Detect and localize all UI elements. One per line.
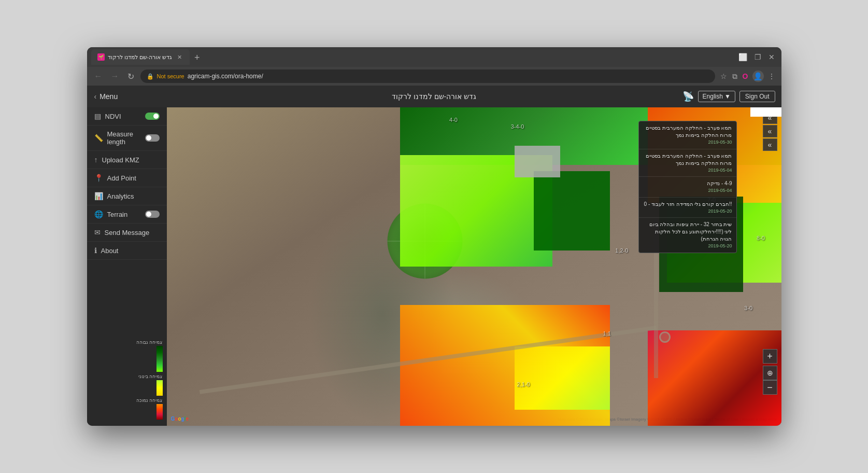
collapse-btn-3[interactable]: « — [763, 138, 777, 151]
popup-item-1: תמא פערב - החלקה המערבית בסטיים מרוח החל… — [639, 149, 736, 177]
sign-out-btn[interactable]: Sign Out — [739, 91, 775, 102]
popup-date-2: 2019-05-04 — [643, 187, 732, 194]
tab-favicon: 🌱 — [97, 53, 105, 61]
high-gradient — [156, 346, 163, 372]
zoom-out-btn[interactable]: − — [763, 380, 777, 395]
sidebar: ▤ NDVI 📏 Measure length ↑ Upload KMZ 📍 A… — [87, 107, 167, 426]
about-label: About — [101, 247, 119, 255]
minimize-btn[interactable]: ⬜ — [736, 52, 750, 62]
measure-label: Measure length — [107, 130, 141, 146]
zoom-controls: + ⊕ − — [763, 349, 777, 395]
collapse-btns: « « « — [763, 112, 777, 151]
map-label-6: 1,1 — [603, 330, 611, 337]
browser-window: 🌱 גדש אורה-שם למדנו לרקוד ✕ + ⬜ ❐ ✕ ← → … — [87, 47, 781, 426]
popup-text-4: שית בחזר 32 - יירת ציפות ובהלה ביום ליגי… — [643, 221, 732, 243]
sidebar-item-measure[interactable]: 📏 Measure length — [87, 126, 167, 151]
window-controls: ⬜ ❐ ✕ — [736, 52, 777, 62]
sidebar-item-upload[interactable]: ↑ Upload KMZ — [87, 151, 167, 169]
bookmark-icon[interactable]: ☆ — [719, 71, 728, 81]
tab-title: גדש אורה-שם למדנו לרקוד — [108, 54, 173, 61]
sidebar-item-add-point[interactable]: 📍 Add Point — [87, 169, 167, 187]
address-input[interactable]: 🔒 Not secure agricam-gis.com/ora-home/ — [140, 69, 715, 83]
field-bottom-yellow — [515, 346, 610, 410]
layers-icon: ▤ — [94, 112, 101, 120]
popup-text-3: !!חברם קורם גלי המדידה חזר לעבוד - 0 — [643, 201, 732, 208]
field-mid-dark-green — [534, 171, 610, 251]
menu-dots[interactable]: ⋮ — [767, 71, 776, 81]
legend: צמיחה גבוהה צמיחה בינוני צמיחה נמוכה — [87, 336, 167, 426]
popup-text-1: תמא פערב - החלקה המערבית בסטיים מרוח החל… — [643, 152, 732, 167]
google-logo: Google — [171, 416, 189, 422]
legend-high: צמיחה גבוהה — [91, 340, 163, 372]
sidebar-item-terrain[interactable]: 🌐 Terrain — [87, 205, 167, 224]
sidebar-item-about[interactable]: ℹ About — [87, 242, 167, 260]
sidebar-item-send-message[interactable]: ✉ Send Message — [87, 224, 167, 242]
not-secure-label: Not secure — [157, 73, 184, 79]
app-header: ‹ Menu גדש אורה-שם למדנו לרקוד 📡 English… — [87, 86, 781, 107]
map-label-3: 8-0 — [757, 235, 765, 241]
sidebar-item-analytics[interactable]: 📊 Analytics — [87, 187, 167, 205]
popup-item-0: תמא פערב - החלקה המערבית בסטיים מרוח החל… — [639, 121, 736, 149]
tabs-area: 🌱 גדש אורה-שם למדנו לרקוד ✕ + — [91, 49, 736, 65]
url-display: agricam-gis.com/ora-home/ — [188, 73, 263, 80]
popup-text-0: תמא פערב - החלקה המערבית בסטיים מרוח החל… — [643, 124, 732, 139]
globe-icon: 🌐 — [94, 210, 103, 218]
map-label-7: 2,1-0 — [517, 381, 530, 387]
terrain-label: Terrain — [107, 211, 128, 218]
menu-btn[interactable]: ‹ Menu — [87, 86, 125, 107]
legend-low-label: צמיחה נמוכה — [91, 398, 163, 403]
lock-icon: 🔒 — [147, 73, 154, 80]
map-label-5: 3-0 — [744, 305, 752, 311]
popup-item-2: 4-9 - נדיקה 2019-05-04 — [639, 177, 736, 198]
upload-label: Upload KMZ — [102, 156, 139, 164]
maximize-btn[interactable]: ❐ — [752, 52, 764, 62]
popup-date-0: 2019-05-30 — [643, 139, 732, 146]
ndvi-toggle[interactable] — [145, 113, 160, 120]
new-tab-btn[interactable]: + — [190, 50, 204, 65]
header-right: 📡 English ▼ Sign Out — [682, 91, 781, 102]
legend-low: צמיחה נמוכה — [91, 398, 163, 420]
close-btn[interactable]: ✕ — [766, 52, 777, 62]
map-label-1: 4-0 — [449, 117, 458, 123]
locate-btn[interactable]: ⊕ — [763, 366, 777, 380]
forward-btn[interactable]: → — [109, 71, 121, 82]
active-tab[interactable]: 🌱 גדש אורה-שם למדנו לרקוד ✕ — [91, 49, 190, 65]
opera-icon[interactable]: O — [742, 71, 749, 81]
upload-icon: ↑ — [94, 156, 98, 164]
map-label-0: 3-4-0 — [511, 123, 524, 130]
ndvi-value-box — [750, 107, 781, 117]
toolbar-right: ☆ ⧉ O 👤 ⋮ — [719, 71, 776, 82]
popup-item-3: !!חברם קורם גלי המדידה חזר לעבוד - 0 201… — [639, 198, 736, 218]
envelope-icon: ✉ — [94, 228, 101, 236]
extensions-icon[interactable]: ⧉ — [731, 71, 738, 82]
menu-chevron-left: ‹ — [94, 92, 97, 101]
language-btn[interactable]: English ▼ — [698, 91, 735, 102]
main-body: ▤ NDVI 📏 Measure length ↑ Upload KMZ 📍 A… — [87, 107, 781, 426]
ruler-icon: 📏 — [94, 134, 103, 142]
app-content: ‹ Menu גדש אורה-שם למדנו לרקוד 📡 English… — [87, 86, 781, 426]
sidebar-item-ndvi[interactable]: ▤ NDVI — [87, 107, 167, 126]
lang-arrow: ▼ — [724, 93, 731, 100]
low-gradient — [156, 404, 163, 420]
back-btn[interactable]: ← — [92, 71, 105, 82]
user-icon[interactable]: 👤 — [752, 71, 764, 82]
popup-date-4: 2019-05-20 — [643, 243, 732, 249]
analytics-label: Analytics — [107, 192, 134, 200]
legend-high-label: צמיחה גבוהה — [91, 340, 163, 345]
zoom-in-btn[interactable]: + — [763, 349, 777, 364]
map-popup: תמא פערב - החלקה המערבית בסטיים מרוח החל… — [638, 121, 737, 253]
chart-icon: 📊 — [94, 192, 103, 200]
menu-label: Menu — [99, 92, 118, 101]
collapse-btn-2[interactable]: « — [763, 125, 777, 137]
field-gray-patch — [515, 146, 560, 177]
popup-date-1: 2019-05-04 — [643, 167, 732, 174]
popup-text-2: 4-9 - נדיקה — [643, 180, 732, 187]
measure-toggle[interactable] — [145, 134, 160, 142]
map-area[interactable]: 3-4-0 4-0 7-0 8-0 1,2-0 3-0 1,1 2,1-0 תמ… — [167, 107, 781, 426]
map-label-4: 1,2-0 — [615, 247, 628, 254]
reload-btn[interactable]: ↻ — [125, 71, 136, 82]
tab-close-btn[interactable]: ✕ — [175, 53, 183, 61]
field-bottom-red — [648, 330, 781, 426]
title-bar: 🌱 גדש אורה-שם למדנו לרקוד ✕ + ⬜ ❐ ✕ — [87, 47, 781, 67]
terrain-toggle[interactable] — [145, 211, 160, 218]
